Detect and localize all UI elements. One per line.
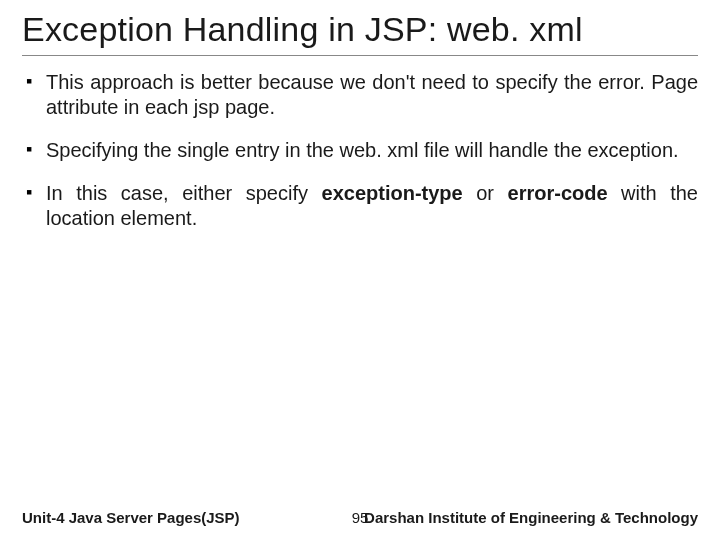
- bullet-item: Specifying the single entry in the web. …: [22, 138, 698, 163]
- slide-footer: Unit-4 Java Server Pages(JSP) 95 Darshan…: [0, 509, 720, 526]
- bullet-list: This approach is better because we don't…: [22, 70, 698, 231]
- slide-title: Exception Handling in JSP: web. xml: [22, 10, 698, 56]
- emphasis: error-code: [508, 182, 608, 204]
- bullet-item: In this case, either specify exception-t…: [22, 181, 698, 231]
- footer-left: Unit-4 Java Server Pages(JSP): [22, 509, 240, 526]
- footer-right: Darshan Institute of Engineering & Techn…: [364, 509, 698, 526]
- slide-number: 95: [352, 509, 369, 526]
- emphasis: exception-type: [322, 182, 463, 204]
- bullet-text: In this case, either specify: [46, 182, 322, 204]
- bullet-text: or: [476, 182, 507, 204]
- bullet-item: This approach is better because we don't…: [22, 70, 698, 120]
- slide: Exception Handling in JSP: web. xml This…: [0, 0, 720, 540]
